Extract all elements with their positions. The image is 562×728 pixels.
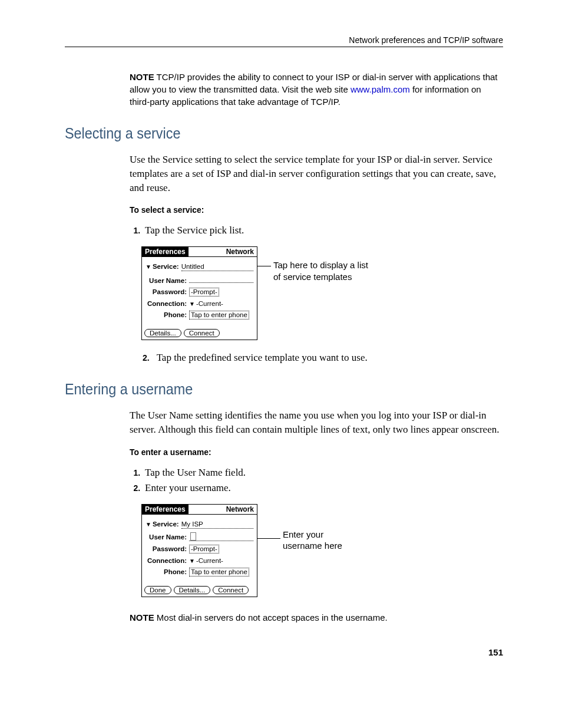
text-cursor bbox=[190, 532, 196, 541]
connection-label: Connection: bbox=[146, 300, 187, 307]
phone-label: Phone: bbox=[146, 311, 187, 318]
dropdown-icon[interactable]: ▼ bbox=[189, 301, 195, 307]
palm-title-right[interactable]: Network bbox=[189, 247, 257, 257]
step-2-select: 2. Tap the predefined service template y… bbox=[130, 352, 503, 364]
note-label: NOTE bbox=[130, 612, 154, 622]
link-palm[interactable]: www.palm.com bbox=[351, 84, 410, 94]
section-heading-username: Entering a username bbox=[65, 380, 459, 398]
step-1-select: Tap the Service pick list. bbox=[143, 225, 503, 236]
note-label: NOTE bbox=[130, 72, 154, 82]
phone-field[interactable]: Tap to enter phone bbox=[189, 311, 249, 319]
running-header: Network preferences and TCP/IP software bbox=[65, 35, 503, 47]
step-2-text: Tap the predefined service template you … bbox=[157, 352, 368, 363]
palm-screen-1: Preferences Network ▼ Service: Untitled … bbox=[141, 246, 257, 340]
palm-title-left: Preferences bbox=[142, 247, 189, 257]
username-label: User Name: bbox=[146, 277, 187, 284]
dropdown-icon[interactable]: ▼ bbox=[146, 263, 151, 270]
section1-body: Use the Service setting to select the se… bbox=[130, 153, 503, 195]
step-2-number: 2. bbox=[143, 353, 150, 363]
details-button[interactable]: Details... bbox=[174, 586, 211, 594]
section-heading-selecting: Selecting a service bbox=[65, 124, 459, 143]
password-field[interactable]: -Prompt- bbox=[189, 545, 219, 554]
steps-select-service: Tap the Service pick list. bbox=[130, 225, 503, 236]
dropdown-icon[interactable]: ▼ bbox=[146, 521, 151, 528]
connect-button[interactable]: Connect bbox=[184, 329, 220, 337]
note-block-1: NOTE TCP/IP provides the ability to conn… bbox=[130, 71, 503, 108]
service-field[interactable]: Untitled bbox=[181, 263, 253, 271]
connect-button[interactable]: Connect bbox=[213, 586, 249, 594]
password-label: Password: bbox=[146, 288, 187, 295]
service-label: Service: bbox=[153, 263, 179, 270]
palm-screen-2: Preferences Network ▼ Service: My ISP Us… bbox=[141, 504, 257, 597]
callout-2: Enter your username here bbox=[283, 529, 365, 552]
step-2-username: Enter your username. bbox=[143, 482, 503, 494]
connection-label: Connection: bbox=[146, 557, 187, 564]
subhead-enter-username: To enter a username: bbox=[130, 447, 473, 457]
note-block-2: NOTE Most dial-in servers do not accept … bbox=[130, 611, 503, 624]
figure-2: Preferences Network ▼ Service: My ISP Us… bbox=[141, 504, 503, 597]
subhead-select-service: To select a service: bbox=[130, 205, 473, 215]
phone-field[interactable]: Tap to enter phone bbox=[189, 568, 249, 577]
palm-title-right[interactable]: Network bbox=[189, 505, 257, 515]
steps-enter-username: Tap the User Name field. Enter your user… bbox=[130, 467, 503, 494]
service-field[interactable]: My ISP bbox=[181, 521, 253, 529]
connection-field[interactable]: -Current- bbox=[196, 557, 223, 564]
service-label: Service: bbox=[153, 521, 179, 528]
username-field[interactable] bbox=[189, 275, 253, 283]
section2-body: The User Name setting identifies the nam… bbox=[130, 409, 503, 437]
phone-label: Phone: bbox=[146, 568, 187, 575]
palm-title-left: Preferences bbox=[142, 505, 189, 515]
callout-line bbox=[257, 266, 271, 266]
connection-field[interactable]: -Current- bbox=[196, 300, 223, 307]
username-label: User Name: bbox=[146, 533, 187, 541]
password-label: Password: bbox=[146, 545, 187, 552]
page-number: 151 bbox=[65, 647, 503, 657]
callout-line bbox=[257, 538, 280, 539]
done-button[interactable]: Done bbox=[144, 586, 171, 594]
details-button[interactable]: Details... bbox=[144, 329, 181, 337]
note-text-2: Most dial-in servers do not accept space… bbox=[157, 612, 388, 622]
username-field[interactable] bbox=[189, 532, 253, 541]
password-field[interactable]: -Prompt- bbox=[189, 288, 219, 297]
figure-1: Preferences Network ▼ Service: Untitled … bbox=[141, 246, 503, 340]
dropdown-icon[interactable]: ▼ bbox=[189, 558, 195, 564]
step-1-username: Tap the User Name field. bbox=[143, 467, 503, 479]
callout-1: Tap here to display a list of service te… bbox=[273, 259, 373, 282]
